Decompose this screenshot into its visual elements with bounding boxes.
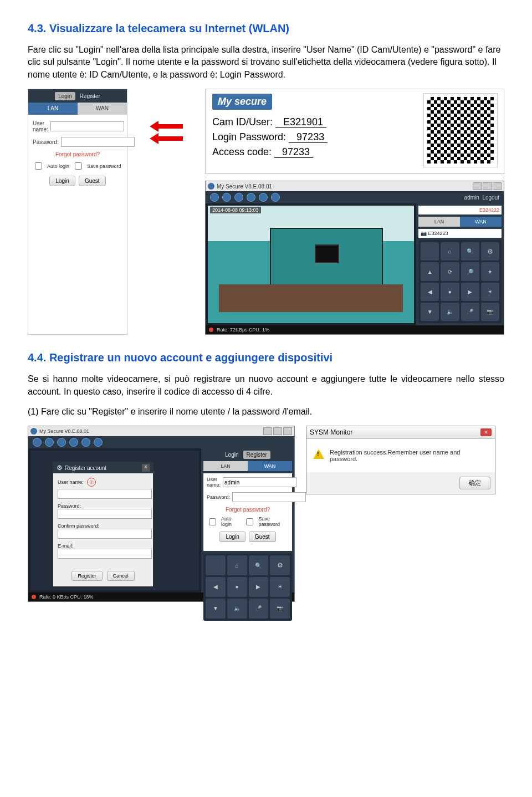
side2-login-button[interactable]: Login — [219, 532, 245, 542]
control-icon[interactable]: ▶ — [461, 283, 479, 301]
section-4-4-step1: (1) Fare clic su "Register" e inserire i… — [28, 406, 504, 418]
ptz-joystick-icon[interactable] — [421, 242, 439, 260]
figure-row-2: My Secure V8.E.08.01 — [28, 426, 504, 602]
forgot-password-link[interactable]: Forgot password? — [33, 151, 122, 157]
dialog-close-icon[interactable]: × — [142, 464, 150, 472]
control-icon[interactable]: ▲ — [421, 262, 439, 280]
register-dialog-title: Register account — [65, 465, 106, 471]
reg-user-input[interactable] — [58, 489, 152, 499]
side2-guest-button[interactable]: Guest — [249, 532, 276, 542]
logout-link[interactable]: Logout — [482, 195, 499, 201]
status-rate: Rate: 72KBps CPU: 1% — [217, 327, 269, 333]
close-icon[interactable] — [493, 182, 502, 190]
side2-user-input[interactable] — [223, 477, 296, 487]
login-password-value: 97233 — [289, 131, 328, 143]
side2-tab-wan[interactable]: WAN — [248, 461, 292, 471]
side-tab-lan[interactable]: LAN — [418, 217, 460, 227]
toolbar-icon[interactable] — [57, 438, 66, 447]
side2-tab-lan[interactable]: LAN — [203, 461, 248, 471]
zoom-in-icon[interactable]: 🔍 — [461, 242, 479, 260]
office-desk — [219, 284, 403, 312]
side2-auto-login[interactable] — [209, 518, 216, 525]
minimize-icon[interactable] — [263, 427, 272, 435]
control-icon[interactable]: ▼ — [421, 303, 439, 321]
step-2-badge: ② — [87, 478, 96, 487]
user-name-input[interactable] — [50, 121, 124, 131]
close-icon[interactable] — [283, 427, 292, 435]
record-dot-icon — [209, 328, 213, 332]
side2-save-pass[interactable] — [246, 518, 253, 525]
tab-lan[interactable]: LAN — [28, 103, 78, 115]
toolbar-icon[interactable] — [210, 193, 219, 202]
register-tab[interactable]: Register — [80, 93, 100, 99]
control-icon[interactable]: ✦ — [481, 262, 499, 280]
viewport-timestamp: 2014-08-08 09:13:03 — [210, 207, 261, 213]
zoom-out-icon[interactable]: 🔎 — [461, 262, 479, 280]
camera-list-item[interactable]: 📷 E324223 — [421, 231, 448, 236]
reg-confirm-input[interactable] — [58, 529, 152, 539]
sysm-close-icon[interactable]: × — [480, 428, 492, 436]
warning-icon — [313, 449, 324, 459]
side2-forgot[interactable]: Forgot password? — [207, 507, 289, 513]
control-icon[interactable]: 🎤 — [461, 303, 479, 321]
toolbar-icon[interactable] — [94, 438, 103, 447]
cancel-button[interactable]: Cancel — [107, 571, 135, 581]
reg-email-input[interactable] — [58, 549, 152, 559]
control-icon[interactable]: ◀ — [206, 577, 226, 597]
zoom-in-icon[interactable]: 🔍 — [249, 555, 269, 575]
toolbar-icon[interactable] — [69, 438, 78, 447]
sysm-title: SYSM Monitor — [310, 428, 352, 436]
gear-icon[interactable] — [270, 555, 290, 575]
tab-wan[interactable]: WAN — [78, 103, 127, 115]
control-icon[interactable]: 📷 — [270, 599, 290, 619]
login-button[interactable]: Login — [49, 176, 75, 186]
control-icon[interactable]: ● — [227, 577, 247, 597]
login-tab-2[interactable]: Login — [225, 452, 238, 458]
home-icon[interactable]: ⌂ — [441, 242, 459, 260]
control-icon[interactable]: ▼ — [206, 599, 226, 619]
control-icon[interactable]: ◀ — [421, 283, 439, 301]
sysm-ok-button[interactable]: 确定 — [459, 477, 490, 489]
toolbar-icon[interactable] — [33, 438, 42, 447]
reg-pass-input[interactable] — [58, 509, 152, 519]
login-panel: Login Register LAN WAN User name: Passwo… — [28, 89, 127, 335]
toolbar-icon[interactable] — [45, 438, 54, 447]
reg-pass-label: Password: — [58, 503, 149, 509]
password-input[interactable] — [61, 137, 135, 147]
toolbar-icon[interactable] — [247, 193, 255, 202]
side-tab-wan[interactable]: WAN — [460, 217, 502, 227]
lan-wan-tabs: LAN WAN — [28, 103, 127, 115]
register-tab-2[interactable]: Register — [243, 451, 270, 459]
access-code-value: 97233 — [274, 146, 313, 158]
save-password-checkbox[interactable] — [75, 162, 82, 170]
qr-code — [424, 94, 497, 167]
camera-viewport: 2014-08-08 09:13:03 — [208, 206, 414, 323]
home-icon[interactable]: ⌂ — [227, 555, 247, 575]
ptz-joystick-icon[interactable] — [206, 555, 226, 575]
login-tab[interactable]: Login — [55, 92, 75, 100]
toolbar-icon[interactable] — [271, 193, 280, 202]
control-icon[interactable]: 🔈 — [227, 599, 247, 619]
toolbar-icon[interactable] — [222, 193, 231, 202]
toolbar-icon[interactable] — [259, 193, 268, 202]
register-button[interactable]: Register — [71, 571, 103, 581]
guest-button[interactable]: Guest — [79, 176, 106, 186]
control-icon[interactable]: 📷 — [481, 303, 499, 321]
side2-pass-input[interactable] — [232, 492, 306, 502]
minimize-icon[interactable] — [473, 182, 482, 190]
camera-list[interactable]: 📷 E324223 — [418, 229, 502, 238]
maximize-icon[interactable] — [273, 427, 282, 435]
control-icon[interactable]: ☀ — [270, 577, 290, 597]
toolbar-icon[interactable] — [234, 193, 243, 202]
toolbar-icon[interactable] — [81, 438, 90, 447]
control-icon[interactable]: 🎤 — [249, 599, 269, 619]
control-icon[interactable]: ☀ — [481, 283, 499, 301]
auto-login-checkbox[interactable] — [35, 162, 42, 170]
control-icon[interactable]: ⟳ — [441, 262, 459, 280]
control-icon[interactable]: 🔈 — [441, 303, 459, 321]
gear-icon[interactable] — [481, 242, 499, 260]
control-icon[interactable]: ▶ — [249, 577, 269, 597]
section-4-4-heading: 4.4. Registrare un nuovo account e aggiu… — [28, 351, 504, 364]
control-icon[interactable]: ● — [441, 283, 459, 301]
maximize-icon[interactable] — [483, 182, 492, 190]
